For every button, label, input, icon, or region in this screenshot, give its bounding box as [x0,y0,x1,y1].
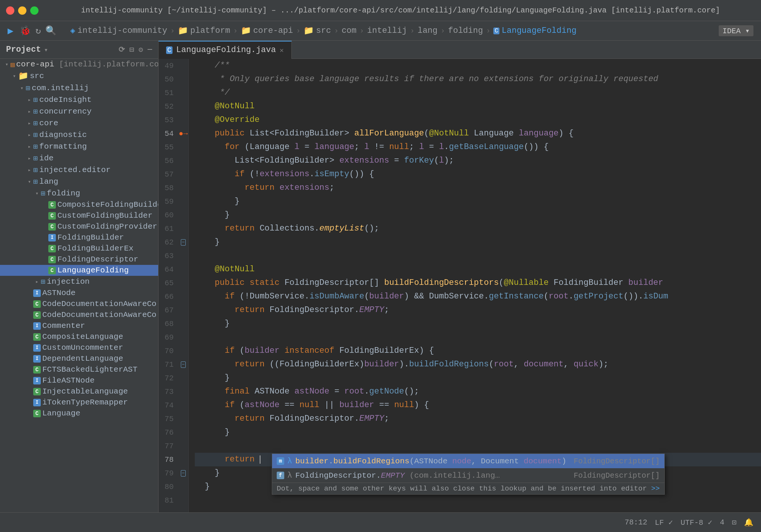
breadcrumb-platform-label: platform [190,26,230,35]
indent-indicator[interactable]: 4 [720,518,724,527]
sidebar-item-src[interactable]: ▾ 📁 src [0,70,158,82]
breadcrumb-src[interactable]: 📁 src [303,26,331,36]
gutter-icon-68 [178,317,188,331]
sidebar-item-core[interactable]: ▸ ⊞ core [0,117,158,129]
notifications-icon[interactable]: 🔔 [744,518,753,527]
gutter-icon-55 [178,140,188,154]
sidebar-item-compositefolding[interactable]: ▸ C CompositeFoldingBuilder [0,199,158,210]
tab-file-icon: C [166,46,173,54]
collapse-icon[interactable]: ⊟ [129,45,134,54]
sidebar-item-astnode[interactable]: ▸ I ASTNode [0,288,158,298]
editor-content[interactable]: 49 50 51 52 53 54 55 56 57 58 59 60 61 6… [159,59,761,512]
editor-pane: C LanguageFolding.java ✕ 49 50 51 52 53 … [159,41,761,512]
sidebar-item-dependentlanguage[interactable]: ▸ I DependentLanguage [0,353,158,364]
sidebar-item-customfolding[interactable]: ▸ C CustomFoldingBuilder [0,210,158,221]
fold-icon-71[interactable]: − [181,361,186,368]
breadcrumb-folding-label: folding [448,26,483,35]
sidebar-item-injected-editor[interactable]: ▸ ⊞ injected.editor [0,164,158,176]
gutter-icon-76 [178,426,188,439]
breadcrumb-folding[interactable]: folding [448,26,483,35]
gutter-icon-79[interactable]: − [178,466,188,480]
run-icon[interactable]: ▶ [8,25,14,37]
sidebar-item-foldingbuilderex[interactable]: ▸ C FoldingBuilderEx [0,243,158,254]
autocomplete-icon-1: m [277,457,284,465]
search-icon[interactable]: 🔍 [45,25,57,36]
sidebar-item-folding[interactable]: ▾ ⊞ folding [0,188,158,199]
sidebar-item-core-api[interactable]: ▾ ▤ core-api [intellij.platform.core] [0,59,158,70]
breadcrumb-platform[interactable]: 📁 platform [178,26,230,36]
folder-icon-src: 📁 [18,71,28,81]
encoding[interactable]: UTF-8 ✓ [681,518,712,527]
sidebar-item-customuncommenter[interactable]: ▸ I CustomUncommenter [0,342,158,353]
vcs-icon: ⊡ [732,518,736,527]
breadcrumb-intellij-label: intellij [367,26,407,35]
sidebar-item-compositelanguage[interactable]: ▸ C CompositeLanguage [0,331,158,342]
sync-files-icon[interactable]: ⟳ [119,45,125,54]
gutter-icon-62[interactable]: − [178,235,188,249]
gutter-icon-71[interactable]: − [178,358,188,371]
sidebar-item-language[interactable]: ▸ C Language [0,408,158,419]
autocomplete-item-2[interactable]: f λ FoldingDescriptor.EMPTY (com.intelli… [272,468,664,483]
cursor-position[interactable]: 78:12 [625,518,647,527]
dropdown-arrow-icon[interactable]: ▾ [44,46,48,54]
sidebar-item-codedoc2[interactable]: ▸ C CodeDocumentationAwareCo [0,309,158,320]
breadcrumb-core-api[interactable]: 📁 core-api [241,26,293,36]
close-panel-icon[interactable]: — [148,45,152,54]
settings-icon[interactable]: ⚙ [139,45,143,54]
close-button[interactable] [6,6,14,15]
sidebar-item-concurrency[interactable]: ▸ ⊞ concurrency [0,106,158,117]
fold-icon-79[interactable]: − [181,470,186,477]
sidebar-item-customuncommenter-label: CustomUncommenter [42,343,123,352]
line-num-75: 75 [159,412,178,426]
sidebar-item-languagefolding[interactable]: ▸ C LanguageFolding [0,265,158,276]
gutter-icon-64 [178,263,188,276]
sidebar-item-languagefolding-label: LanguageFolding [57,266,129,275]
package-icon-lang: ⊞ [33,177,38,186]
autocomplete-item-1[interactable]: m λ builder.buildFoldRegions(ASTNode nod… [272,454,664,468]
breadcrumb-project[interactable]: ◈ intellij-community [70,26,167,36]
interface-icon-itokentyperemapper: I [33,399,41,406]
sidebar-item-injection[interactable]: ▸ ⊞ injection [0,276,158,288]
breadcrumb-lang[interactable]: lang [417,26,437,35]
breadcrumb-languagefolding[interactable]: C LanguageFolding [493,26,576,35]
package-icon-injection: ⊞ [41,277,45,286]
sidebar-item-lang[interactable]: ▾ ⊞ lang [0,176,158,188]
line-separator[interactable]: LF ✓ [655,518,673,527]
sidebar-item-folding-label: folding [47,189,80,198]
sync-icon[interactable]: ↻ [35,25,41,36]
minimize-button[interactable] [18,6,26,15]
fold-icon-62[interactable]: − [181,239,186,246]
tab-languagefolding[interactable]: C LanguageFolding.java ✕ [159,41,292,59]
sidebar-item-ide[interactable]: ▸ ⊞ ide [0,152,158,164]
sidebar-item-codeinsight[interactable]: ▸ ⊞ codeInsight [0,94,158,106]
sidebar-item-customfoldingprovider[interactable]: ▸ C CustomFoldingProvider [0,221,158,232]
sidebar-item-commenter[interactable]: ▸ I Commenter [0,320,158,331]
project-label: Project [6,45,41,54]
class-icon-fcts: C [33,366,41,374]
build-icon[interactable]: 🐞 [20,25,31,36]
gutter-icon-77 [178,439,188,453]
sidebar-item-foldingdescriptor[interactable]: ▸ C FoldingDescriptor [0,254,158,265]
sidebar-item-codedoc1-label: CodeDocumentationAwareCo [42,300,156,308]
sidebar-item-fileastnode[interactable]: ▸ I FileASTNode [0,375,158,386]
sidebar-item-src-label: src [30,72,44,80]
sidebar-item-fcts[interactable]: ▸ C FCTSBackedLighterAST [0,364,158,375]
sidebar-item-diagnostic[interactable]: ▸ ⊞ diagnostic [0,129,158,141]
class-icon-injectablelanguage: C [33,388,41,395]
sidebar-item-codedoc1[interactable]: ▸ C CodeDocumentationAwareCo [0,298,158,309]
autocomplete-popup[interactable]: m λ builder.buildFoldRegions(ASTNode nod… [272,454,665,495]
sidebar-item-itokentyperemapper[interactable]: ▸ I iTokenTypeRemapper [0,397,158,408]
code-editor[interactable]: /** * Only queries base language results… [189,59,761,512]
maximize-button[interactable] [30,6,39,15]
gutter-icon-54[interactable]: ●→ [178,127,188,140]
folder-icon-1: 📁 [178,26,188,36]
sidebar-item-com-intellij[interactable]: ▾ ⊞ com.intellij [0,82,158,94]
sidebar-item-injectablelanguage[interactable]: ▸ C InjectableLanguage [0,386,158,397]
sidebar-item-formatting[interactable]: ▸ ⊞ formatting [0,141,158,152]
tab-close-icon[interactable]: ✕ [280,46,284,54]
breadcrumb-src-label: src [316,26,331,35]
autocomplete-hint-link[interactable]: >> [651,484,660,493]
breadcrumb-intellij[interactable]: intellij [367,26,407,35]
sidebar-item-foldingbuilder[interactable]: ▸ I FoldingBuilder [0,232,158,243]
breadcrumb-com[interactable]: com [342,26,357,35]
